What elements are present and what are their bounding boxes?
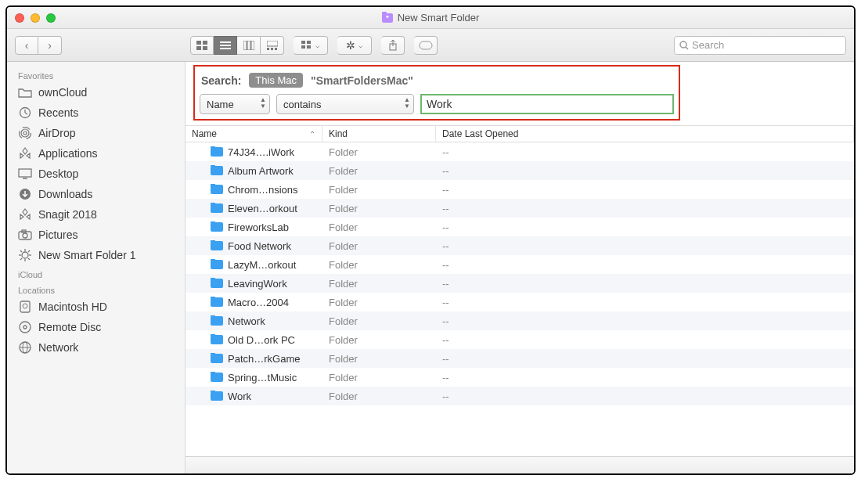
criterion-attribute-select[interactable]: Name ▲▼ [200, 94, 270, 114]
criterion-operator-select[interactable]: contains ▲▼ [276, 94, 414, 114]
search-label: Search: [201, 74, 241, 87]
row-kind: Folder [322, 184, 436, 196]
sidebar-section-header: Locations [7, 281, 185, 297]
action-button[interactable]: ✲ ⌵ [337, 36, 372, 55]
sidebar-item-label: Desktop [38, 167, 78, 180]
folder-icon [211, 373, 223, 382]
folder-icon [211, 354, 223, 363]
table-row[interactable]: Chrom…nsionsFolder-- [186, 180, 854, 199]
share-icon [388, 40, 398, 51]
row-date: -- [436, 165, 854, 177]
table-row[interactable]: LazyM…orkoutFolder-- [186, 255, 854, 274]
hdd-icon [18, 301, 32, 313]
column-header-kind[interactable]: Kind [322, 126, 436, 142]
table-row[interactable]: Spring…tMusicFolder-- [186, 368, 854, 387]
sidebar-item[interactable]: Snagit 2018 [7, 204, 185, 225]
column-header-name[interactable]: Name ⌃ [186, 126, 322, 142]
sidebar-item[interactable]: Remote Disc [7, 317, 185, 337]
svg-rect-10 [267, 41, 278, 46]
sidebar-item[interactable]: Recents [7, 103, 185, 123]
table-row[interactable]: LeavingWorkFolder-- [186, 274, 854, 293]
column-header-date[interactable]: Date Last Opened [436, 126, 854, 142]
svg-point-21 [680, 41, 686, 48]
sidebar-item[interactable]: Desktop [7, 164, 185, 184]
window-title: New Smart Folder [398, 12, 480, 23]
table-row[interactable]: Album ArtworkFolder-- [186, 161, 854, 180]
view-list-button[interactable] [214, 36, 237, 55]
sidebar-item-label: Macintosh HD [38, 301, 107, 313]
sidebar-item[interactable]: Applications [7, 143, 185, 164]
sidebar-item[interactable]: New Smart Folder 1 [7, 245, 185, 265]
view-icon-button[interactable] [190, 36, 214, 55]
sidebar-item-label: Snagit 2018 [38, 208, 97, 221]
svg-rect-7 [243, 41, 247, 50]
table-row[interactable]: NetworkFolder-- [186, 311, 854, 330]
sidebar: FavoritesownCloudRecentsAirDropApplicati… [7, 62, 186, 473]
row-kind: Folder [322, 334, 436, 346]
table-row[interactable]: Patch…rkGameFolder-- [186, 349, 854, 368]
folder-icon [211, 147, 223, 157]
tag-icon [419, 41, 433, 50]
sidebar-item[interactable]: Macintosh HD [7, 297, 185, 317]
row-name: Chrom…nsions [228, 184, 298, 196]
sidebar-section-header: iCloud [7, 265, 185, 281]
table-row[interactable]: 74J34….iWorkFolder-- [186, 142, 854, 161]
row-date: -- [436, 146, 854, 158]
sort-ascending-icon: ⌃ [309, 130, 315, 139]
search-scope-this-mac[interactable]: This Mac [249, 73, 303, 88]
sidebar-item[interactable]: Pictures [7, 225, 185, 245]
svg-rect-15 [307, 41, 311, 44]
share-button[interactable] [381, 36, 405, 55]
sidebar-item[interactable]: ownCloud [7, 82, 185, 103]
forward-button[interactable]: › [38, 36, 62, 55]
svg-point-46 [20, 322, 31, 333]
row-date: -- [436, 259, 854, 271]
row-kind: Folder [322, 203, 436, 214]
row-date: -- [436, 221, 854, 233]
sidebar-item[interactable]: AirDrop [7, 123, 185, 143]
row-kind: Folder [322, 259, 436, 271]
row-date: -- [436, 391, 854, 402]
folder-icon [211, 185, 223, 194]
back-button[interactable]: ‹ [15, 36, 38, 55]
table-row[interactable]: Food NetworkFolder-- [186, 236, 854, 255]
search-icon [679, 41, 689, 50]
svg-rect-20 [420, 41, 432, 49]
view-switcher [190, 36, 284, 55]
toolbar-search-field[interactable]: Search [674, 36, 846, 55]
gear-icon [18, 249, 32, 261]
row-date: -- [436, 203, 854, 214]
svg-point-33 [23, 233, 27, 238]
sidebar-item[interactable]: Downloads [7, 184, 185, 204]
titlebar: ✦ New Smart Folder [7, 7, 854, 29]
sidebar-item-label: Network [38, 341, 78, 354]
row-kind: Folder [322, 278, 436, 290]
apps-icon [18, 147, 32, 160]
row-kind: Folder [322, 221, 436, 233]
svg-rect-12 [271, 48, 273, 50]
row-date: -- [436, 334, 854, 346]
row-name: Eleven…orkout [228, 203, 297, 214]
content-area: Search: This Mac "SmartFoldersMac" Name … [186, 62, 854, 473]
folder-icon [211, 297, 223, 307]
table-row[interactable]: WorkFolder-- [186, 387, 854, 405]
table-row[interactable]: FireworksLabFolder-- [186, 218, 854, 236]
svg-point-27 [21, 129, 29, 137]
search-scope-folder[interactable]: "SmartFoldersMac" [311, 74, 413, 87]
folder-icon [211, 166, 223, 175]
row-date: -- [436, 315, 854, 327]
svg-rect-16 [301, 45, 305, 49]
criterion-value-input[interactable]: Work [420, 94, 674, 114]
sidebar-item-label: AirDrop [38, 127, 75, 139]
tags-button[interactable] [414, 36, 438, 55]
view-column-button[interactable] [237, 36, 261, 55]
svg-rect-13 [275, 48, 277, 50]
table-row[interactable]: Eleven…orkoutFolder-- [186, 199, 854, 218]
arrange-button[interactable]: ⌵ [294, 36, 328, 55]
table-row[interactable]: Macro…2004Folder-- [186, 293, 854, 311]
table-row[interactable]: Old D…ork PCFolder-- [186, 330, 854, 349]
row-kind: Folder [322, 240, 436, 252]
sidebar-item-label: New Smart Folder 1 [38, 249, 135, 261]
sidebar-item[interactable]: Network [7, 337, 185, 358]
view-gallery-button[interactable] [261, 36, 284, 55]
